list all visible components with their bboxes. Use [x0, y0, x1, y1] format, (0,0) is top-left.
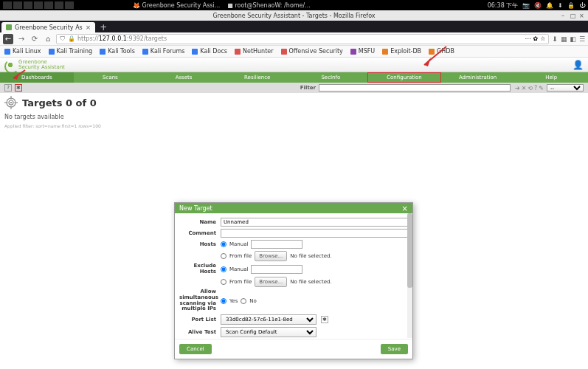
logo-line2: Security Assistant — [18, 65, 65, 70]
bookmark-nethunter[interactable]: NetHunter — [235, 48, 274, 55]
exclude-file-status: No file selected. — [290, 279, 331, 285]
tab-close-icon[interactable]: × — [86, 24, 91, 31]
power-icon[interactable]: ⏻ — [579, 2, 585, 9]
exclude-file-label: From file — [229, 279, 252, 285]
new-tab-button[interactable]: + — [95, 22, 111, 32]
hosts-browse-button[interactable]: Browse... — [255, 251, 287, 261]
bookmark-icon — [235, 49, 241, 55]
extension-2-icon[interactable]: ◧ — [570, 35, 576, 43]
nav-configuration[interactable]: Configuration — [367, 72, 441, 83]
taskbar-app-5[interactable] — [44, 1, 53, 9]
bookmark-ghdb[interactable]: GHDB — [429, 48, 454, 55]
lock-warning-icon[interactable]: 🔒 — [68, 35, 75, 42]
svg-point-2 — [10, 102, 12, 103]
dialog-close-icon[interactable]: × — [402, 204, 408, 213]
taskbar-app-2[interactable] — [13, 1, 22, 9]
favicon-icon — [6, 24, 12, 30]
window-minimize-icon[interactable]: – — [561, 13, 567, 18]
notification-icon[interactable]: 🔔 — [546, 2, 553, 9]
filter-input[interactable] — [319, 84, 511, 92]
nav-secinfo[interactable]: SecInfo — [294, 72, 368, 83]
bookmark-exploit-db[interactable]: Exploit-DB — [382, 48, 421, 55]
url-save-icon[interactable]: ✿ — [533, 35, 538, 42]
url-star-icon[interactable]: ☆ — [540, 35, 545, 42]
allow-no-radio[interactable] — [241, 298, 246, 304]
url-input[interactable]: 🛡 🔒 https://127.0.0.1:9392/targets ⋯ ✿ ☆ — [56, 34, 549, 44]
screenshot-icon[interactable]: 📷 — [522, 2, 530, 9]
comment-label: Comment — [179, 230, 216, 236]
nav-resilience[interactable]: Resilience — [221, 72, 294, 83]
hosts-file-radio[interactable] — [221, 253, 226, 259]
filter-reset-icon[interactable]: ⟲ — [528, 85, 533, 92]
shield-icon[interactable]: 🛡 — [60, 35, 66, 42]
back-button[interactable]: ← — [3, 34, 13, 44]
target-crosshair-icon — [4, 96, 18, 109]
lock-icon[interactable]: 🔒 — [567, 2, 575, 9]
name-input[interactable] — [221, 218, 408, 227]
allow-yes-label: Yes — [229, 298, 238, 304]
cancel-button[interactable]: Cancel — [179, 344, 212, 354]
nav-help[interactable]: Help — [514, 72, 588, 83]
volume-mute-icon[interactable]: 🔇 — [534, 2, 542, 9]
browser-tab-bar: Greenbone Security As × + — [0, 21, 588, 32]
nav-dashboards[interactable]: Dashboards — [0, 72, 74, 83]
exclude-manual-input[interactable] — [251, 265, 302, 274]
home-button[interactable]: ⌂ — [43, 34, 53, 44]
hosts-manual-radio[interactable] — [221, 241, 226, 247]
clock[interactable]: 06:38 下午 — [488, 1, 519, 10]
nav-assets[interactable]: Assets — [147, 72, 221, 83]
bookmark-msfu[interactable]: MSFU — [350, 48, 375, 55]
bookmark-icon — [142, 49, 148, 55]
portlist-new-icon[interactable]: ✱ — [321, 316, 328, 323]
filter-apply-icon[interactable]: ➔ — [515, 85, 520, 92]
bookmark-kali-docs[interactable]: Kali Docs — [192, 48, 227, 55]
bookmark-kali-tools[interactable]: Kali Tools — [100, 48, 135, 55]
taskbar-app-3[interactable] — [24, 1, 32, 9]
nav-administration[interactable]: Administration — [441, 72, 515, 83]
taskbar-app-4[interactable] — [34, 1, 43, 9]
forward-button[interactable]: → — [16, 34, 27, 44]
new-target-tool-icon[interactable]: ✱ — [15, 84, 22, 92]
filter-bar: ? ✱ Filter ➔ ✕ ⟲ ? ✎ -- — [0, 83, 588, 93]
window-maximize-icon[interactable]: □ — [570, 13, 576, 18]
bookmark-kali-linux[interactable]: Kali Linux — [4, 48, 41, 55]
alive-test-dropdown[interactable]: Scan Config Default — [221, 327, 317, 337]
exclude-manual-radio[interactable] — [221, 266, 226, 272]
url-more-icon[interactable]: ⋯ — [525, 35, 530, 42]
comment-input[interactable] — [221, 229, 408, 238]
greenbone-logo[interactable]: Greenbone Security Assistant — [4, 59, 65, 71]
download-toolbar-icon[interactable]: ⬇ — [552, 35, 558, 43]
taskbar-app-6[interactable] — [55, 1, 63, 9]
filter-saved-dropdown[interactable]: -- — [547, 84, 584, 92]
menu-icon[interactable]: ☰ — [579, 35, 585, 43]
nav-scans[interactable]: Scans — [74, 72, 148, 83]
taskbar-window-terminal[interactable]: ■ root@ShenaoW: /home/... — [227, 2, 310, 9]
exclude-file-radio[interactable] — [221, 279, 226, 285]
download-icon[interactable]: ⬇ — [558, 2, 563, 9]
filter-clear-icon[interactable]: ✕ — [522, 85, 527, 92]
help-tool-icon[interactable]: ? — [4, 84, 12, 92]
dialog-scrollbar[interactable] — [407, 213, 412, 338]
user-profile-icon[interactable]: 👤 — [573, 60, 584, 70]
taskbar-app-1[interactable] — [3, 1, 12, 9]
taskbar-window-firefox[interactable]: 🦊 Greenbone Security Assi... — [133, 2, 220, 9]
exclude-browse-button[interactable]: Browse... — [255, 277, 287, 287]
bookmark-kali-forums[interactable]: Kali Forums — [142, 48, 185, 55]
filter-help-icon[interactable]: ? — [534, 85, 537, 92]
allow-simultaneous-label: Allow simultaneous scanning via multiple… — [179, 289, 216, 312]
bookmark-kali-training[interactable]: Kali Training — [49, 48, 93, 55]
window-close-icon[interactable]: × — [579, 13, 585, 18]
reload-button[interactable]: ⟳ — [30, 34, 40, 44]
hosts-label: Hosts — [179, 241, 216, 247]
browser-tab-active[interactable]: Greenbone Security As × — [1, 22, 95, 32]
new-target-dialog: New Target × Name Comment Hosts Manual — [174, 202, 413, 359]
bookmark-icon — [192, 49, 198, 55]
bookmark-offensive-security[interactable]: Offensive Security — [281, 48, 343, 55]
filter-edit-icon[interactable]: ✎ — [539, 85, 544, 92]
taskbar-app-7[interactable] — [65, 1, 74, 9]
allow-yes-radio[interactable] — [221, 298, 226, 304]
portlist-dropdown[interactable]: 33d0cd82-57c6-11e1-8ed — [221, 314, 317, 325]
hosts-manual-input[interactable] — [251, 240, 302, 249]
save-button[interactable]: Save — [381, 344, 408, 354]
extension-1-icon[interactable]: ▦ — [561, 35, 567, 43]
